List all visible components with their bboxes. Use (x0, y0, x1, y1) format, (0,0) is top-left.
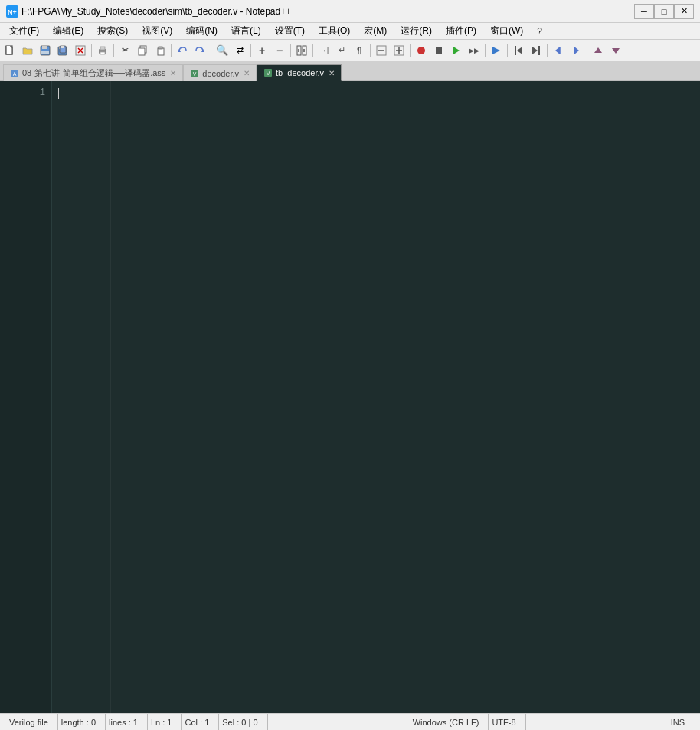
toolbar-separator-13 (587, 44, 587, 57)
title-bar: N+ F:\FPGA\My_Study_Notes\decoder\sim\tb… (0, 0, 700, 23)
svg-text:A: A (13, 71, 17, 77)
zoom-out-button[interactable]: − (271, 42, 288, 59)
macro-run-multiple-button[interactable]: ▶▶ (466, 42, 482, 59)
tab-bar: A 08-第七讲-简单组合逻辑──译码器.ass ✕ V decoder.v ✕… (0, 61, 700, 81)
text-cursor (58, 88, 59, 99)
tab-2[interactable]: V tb_decoder.v ✕ (257, 64, 342, 81)
next-doc-button[interactable] (528, 42, 545, 59)
maximize-button[interactable]: □ (654, 4, 674, 19)
tab-close-0[interactable]: ✕ (170, 69, 176, 77)
macro-record-button[interactable] (413, 42, 430, 59)
toolbar-separator-6 (290, 44, 291, 57)
app-icon: N+ (6, 5, 18, 18)
toolbar-separator-3 (171, 44, 172, 57)
tab-close-1[interactable]: ✕ (244, 69, 250, 77)
status-col: Col : 1 (182, 714, 219, 730)
menu-settings[interactable]: 设置(T) (269, 24, 311, 39)
menu-help[interactable]: ? (531, 24, 548, 39)
charset-label: UTF-8 (492, 718, 515, 727)
window-controls: ─ □ ✕ (634, 4, 694, 19)
collapse-button[interactable] (391, 42, 407, 59)
status-bar: Verilog file length : 0 lines : 1 Ln : 1… (0, 713, 700, 730)
svg-marker-46 (612, 48, 620, 54)
svg-marker-22 (178, 49, 181, 52)
run-macro-button[interactable] (488, 42, 505, 59)
filetype-label: Verilog file (9, 718, 48, 727)
save-button[interactable] (37, 42, 54, 59)
status-length: length : 0 (58, 714, 106, 730)
status-encoding: Windows (CR LF) (410, 714, 489, 730)
ln-label: Ln : 1 (151, 718, 172, 727)
svg-rect-11 (61, 46, 64, 48)
minimize-button[interactable]: ─ (634, 4, 654, 19)
menu-tools[interactable]: 工具(O) (312, 24, 356, 39)
close-button[interactable]: ✕ (674, 4, 694, 19)
indent-guide-button[interactable]: →| (316, 42, 332, 59)
tab-icon-1: V (190, 69, 199, 78)
svg-rect-39 (538, 46, 540, 55)
find-button[interactable]: 🔍 (214, 42, 231, 59)
editor-content[interactable] (52, 81, 700, 713)
menu-macro[interactable]: 宏(M) (358, 24, 393, 39)
svg-text:V: V (267, 70, 270, 76)
cut-button[interactable]: ✂ (116, 42, 133, 59)
svg-rect-21 (159, 47, 162, 49)
toolbar: ✂ 🔍 ⇄ + − →| ↵ ¶ ▶▶ (0, 40, 700, 61)
svg-rect-17 (100, 52, 105, 54)
print-button[interactable] (94, 42, 111, 59)
close-doc-button[interactable] (72, 42, 89, 59)
tab-label-1: decoder.v (202, 69, 239, 78)
status-sel: Sel : 0 | 0 (219, 714, 267, 730)
redo-button[interactable] (191, 42, 208, 59)
new-button[interactable] (2, 42, 18, 59)
svg-marker-41 (555, 47, 560, 54)
toolbar-separator-12 (547, 44, 548, 57)
editor-container[interactable]: 1 (0, 81, 700, 713)
save-all-button[interactable] (54, 42, 71, 59)
prev-doc-button[interactable] (510, 42, 527, 59)
word-wrap-button[interactable]: ↵ (333, 42, 350, 59)
macro-stop-button[interactable] (430, 42, 447, 59)
tab-icon-2: V (263, 68, 273, 77)
move-right-button[interactable] (568, 42, 584, 59)
copy-button[interactable] (134, 42, 151, 59)
status-ins: INS (668, 714, 694, 730)
replace-button[interactable]: ⇄ (231, 42, 248, 59)
zoom-in-button[interactable]: + (254, 42, 270, 59)
menu-window[interactable]: 窗口(W) (484, 24, 529, 39)
svg-rect-6 (42, 46, 47, 49)
paste-button[interactable] (152, 42, 168, 59)
all-chars-button[interactable]: ¶ (351, 42, 368, 59)
menu-view[interactable]: 视图(V) (136, 24, 178, 39)
expand-button[interactable] (373, 42, 390, 59)
menu-search[interactable]: 搜索(S) (91, 24, 134, 39)
undo-button[interactable] (174, 42, 191, 59)
menu-encoding[interactable]: 编码(N) (180, 24, 224, 39)
menu-run[interactable]: 运行(R) (394, 24, 438, 39)
sync-scroll-button[interactable] (293, 42, 310, 59)
svg-text:V: V (193, 71, 197, 77)
svg-rect-37 (515, 46, 516, 55)
status-charset: UTF-8 (489, 714, 525, 730)
menu-file[interactable]: 文件(F) (3, 24, 45, 39)
scroll-up-button[interactable] (590, 42, 607, 59)
tab-1[interactable]: V decoder.v ✕ (183, 64, 257, 81)
menu-plugins[interactable]: 插件(P) (440, 24, 482, 39)
toolbar-separator-2 (113, 44, 114, 57)
toolbar-separator-10 (485, 44, 486, 57)
tab-0[interactable]: A 08-第七讲-简单组合逻辑──译码器.ass ✕ (3, 64, 183, 81)
scroll-down-button[interactable] (607, 42, 624, 59)
tab-close-2[interactable]: ✕ (329, 69, 335, 77)
move-left-button[interactable] (550, 42, 567, 59)
open-button[interactable] (19, 42, 36, 59)
sel-label: Sel : 0 | 0 (222, 718, 257, 727)
ins-label: INS (671, 718, 685, 727)
svg-marker-43 (574, 47, 579, 54)
menu-edit[interactable]: 编辑(E) (47, 24, 90, 39)
menu-language[interactable]: 语言(L) (225, 24, 267, 39)
toolbar-separator-4 (211, 44, 211, 57)
macro-play-button[interactable] (448, 42, 465, 59)
tab-icon-0: A (10, 69, 19, 78)
window-title: F:\FPGA\My_Study_Notes\decoder\sim\tb_de… (18, 6, 634, 17)
svg-rect-16 (100, 47, 105, 50)
